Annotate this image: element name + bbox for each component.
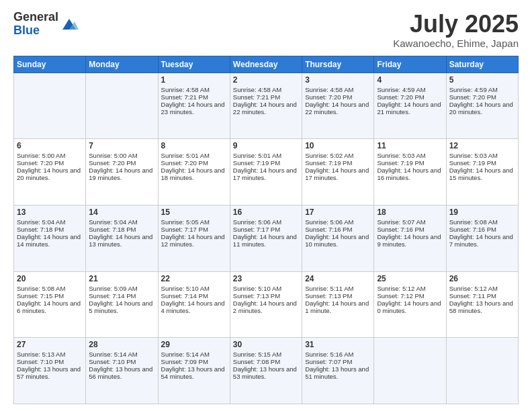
day-number: 25 <box>377 274 443 283</box>
sunrise-text: Sunrise: 5:15 AM <box>233 351 299 358</box>
sunrise-text: Sunrise: 5:01 AM <box>161 152 227 159</box>
table-row <box>86 73 158 139</box>
daylight-text: Daylight: 14 hours and 11 minutes. <box>233 233 299 248</box>
table-row: 1Sunrise: 4:58 AMSunset: 7:21 PMDaylight… <box>158 73 230 139</box>
sunset-text: Sunset: 7:20 PM <box>89 159 154 167</box>
daylight-text: Daylight: 13 hours and 53 minutes. <box>233 365 299 380</box>
daylight-text: Daylight: 14 hours and 22 minutes. <box>233 101 299 116</box>
table-row: 29Sunrise: 5:14 AMSunset: 7:09 PMDayligh… <box>158 338 230 404</box>
table-row: 5Sunrise: 4:59 AMSunset: 7:20 PMDaylight… <box>446 73 518 139</box>
day-number: 10 <box>305 141 371 150</box>
table-row: 23Sunrise: 5:10 AMSunset: 7:13 PMDayligh… <box>230 271 302 338</box>
header-saturday: Saturday <box>446 56 518 73</box>
sunrise-text: Sunrise: 5:06 AM <box>305 218 371 226</box>
sunset-text: Sunset: 7:17 PM <box>233 226 299 233</box>
sunset-text: Sunset: 7:20 PM <box>377 93 443 101</box>
sunset-text: Sunset: 7:16 PM <box>305 226 371 233</box>
day-number: 28 <box>89 340 154 349</box>
table-row: 17Sunrise: 5:06 AMSunset: 7:16 PMDayligh… <box>302 205 374 271</box>
sunrise-text: Sunrise: 4:58 AM <box>305 86 371 93</box>
daylight-text: Daylight: 14 hours and 7 minutes. <box>449 233 515 248</box>
sunrise-text: Sunrise: 4:58 AM <box>161 86 227 93</box>
sunrise-text: Sunrise: 5:12 AM <box>377 285 443 292</box>
month-title: July 2025 <box>393 11 519 38</box>
sunrise-text: Sunrise: 5:00 AM <box>17 152 83 159</box>
day-number: 16 <box>233 208 299 217</box>
calendar-week-row: 6Sunrise: 5:00 AMSunset: 7:20 PMDaylight… <box>14 139 519 205</box>
table-row: 8Sunrise: 5:01 AMSunset: 7:20 PMDaylight… <box>158 139 230 205</box>
table-row: 25Sunrise: 5:12 AMSunset: 7:12 PMDayligh… <box>374 271 446 338</box>
table-row: 30Sunrise: 5:15 AMSunset: 7:08 PMDayligh… <box>230 338 302 404</box>
day-number: 30 <box>233 340 299 349</box>
sunset-text: Sunset: 7:07 PM <box>305 358 371 365</box>
day-number: 4 <box>377 75 443 85</box>
table-row <box>374 338 446 404</box>
day-number: 11 <box>377 141 443 150</box>
sunset-text: Sunset: 7:14 PM <box>89 292 154 300</box>
daylight-text: Daylight: 14 hours and 20 minutes. <box>17 167 83 181</box>
sunrise-text: Sunrise: 5:14 AM <box>89 351 154 358</box>
daylight-text: Daylight: 14 hours and 16 minutes. <box>377 167 443 181</box>
sunset-text: Sunset: 7:09 PM <box>161 358 227 365</box>
table-row: 27Sunrise: 5:13 AMSunset: 7:10 PMDayligh… <box>14 338 86 404</box>
sunrise-text: Sunrise: 4:58 AM <box>233 86 299 93</box>
sunset-text: Sunset: 7:17 PM <box>161 226 227 233</box>
sunset-text: Sunset: 7:10 PM <box>17 358 83 365</box>
sunrise-text: Sunrise: 5:16 AM <box>305 351 371 358</box>
daylight-text: Daylight: 14 hours and 10 minutes. <box>305 233 371 248</box>
sunrise-text: Sunrise: 5:04 AM <box>89 218 154 226</box>
sunset-text: Sunset: 7:20 PM <box>449 93 515 101</box>
sunrise-text: Sunrise: 5:07 AM <box>377 218 443 226</box>
sunrise-text: Sunrise: 5:03 AM <box>377 152 443 159</box>
calendar-week-row: 27Sunrise: 5:13 AMSunset: 7:10 PMDayligh… <box>14 338 519 404</box>
header-friday: Friday <box>374 56 446 73</box>
table-row: 20Sunrise: 5:08 AMSunset: 7:15 PMDayligh… <box>14 271 86 338</box>
day-number: 27 <box>17 340 83 349</box>
sunrise-text: Sunrise: 5:11 AM <box>305 285 371 292</box>
day-number: 18 <box>377 208 443 217</box>
calendar-week-row: 1Sunrise: 4:58 AMSunset: 7:21 PMDaylight… <box>14 73 519 139</box>
day-number: 21 <box>89 274 154 283</box>
sunrise-text: Sunrise: 4:59 AM <box>449 86 515 93</box>
calendar-page: General Blue July 2025 Kawanoecho, Ehime… <box>0 0 532 411</box>
daylight-text: Daylight: 14 hours and 9 minutes. <box>377 233 443 248</box>
daylight-text: Daylight: 14 hours and 1 minute. <box>305 300 371 314</box>
calendar-table: Sunday Monday Tuesday Wednesday Thursday… <box>13 56 519 404</box>
header-thursday: Thursday <box>302 56 374 73</box>
table-row: 28Sunrise: 5:14 AMSunset: 7:10 PMDayligh… <box>86 338 158 404</box>
day-number: 14 <box>89 208 154 217</box>
table-row: 18Sunrise: 5:07 AMSunset: 7:16 PMDayligh… <box>374 205 446 271</box>
sunrise-text: Sunrise: 5:12 AM <box>449 285 515 292</box>
sunset-text: Sunset: 7:10 PM <box>89 358 154 365</box>
sunset-text: Sunset: 7:20 PM <box>305 93 371 101</box>
sunset-text: Sunset: 7:21 PM <box>233 93 299 101</box>
daylight-text: Daylight: 14 hours and 13 minutes. <box>89 233 154 248</box>
table-row <box>446 338 518 404</box>
sunrise-text: Sunrise: 5:08 AM <box>17 285 83 292</box>
calendar-week-row: 20Sunrise: 5:08 AMSunset: 7:15 PMDayligh… <box>14 271 519 338</box>
title-block: July 2025 Kawanoecho, Ehime, Japan <box>393 11 519 49</box>
location: Kawanoecho, Ehime, Japan <box>393 38 519 49</box>
sunrise-text: Sunrise: 5:05 AM <box>161 218 227 226</box>
day-number: 17 <box>305 208 371 217</box>
sunset-text: Sunset: 7:11 PM <box>449 292 515 300</box>
day-number: 20 <box>17 274 83 283</box>
sunset-text: Sunset: 7:13 PM <box>233 292 299 300</box>
sunrise-text: Sunrise: 5:06 AM <box>233 218 299 226</box>
sunset-text: Sunset: 7:18 PM <box>89 226 154 233</box>
header-sunday: Sunday <box>14 56 86 73</box>
logo: General Blue <box>13 11 79 38</box>
table-row: 26Sunrise: 5:12 AMSunset: 7:11 PMDayligh… <box>446 271 518 338</box>
sunrise-text: Sunrise: 5:02 AM <box>305 152 371 159</box>
sunrise-text: Sunrise: 5:01 AM <box>233 152 299 159</box>
table-row: 21Sunrise: 5:09 AMSunset: 7:14 PMDayligh… <box>86 271 158 338</box>
table-row: 10Sunrise: 5:02 AMSunset: 7:19 PMDayligh… <box>302 139 374 205</box>
day-number: 2 <box>233 75 299 85</box>
day-number: 15 <box>161 208 227 217</box>
sunset-text: Sunset: 7:18 PM <box>17 226 83 233</box>
daylight-text: Daylight: 14 hours and 21 minutes. <box>377 101 443 116</box>
daylight-text: Daylight: 14 hours and 6 minutes. <box>17 300 83 314</box>
daylight-text: Daylight: 13 hours and 56 minutes. <box>89 365 154 380</box>
sunrise-text: Sunrise: 4:59 AM <box>377 86 443 93</box>
table-row: 14Sunrise: 5:04 AMSunset: 7:18 PMDayligh… <box>86 205 158 271</box>
